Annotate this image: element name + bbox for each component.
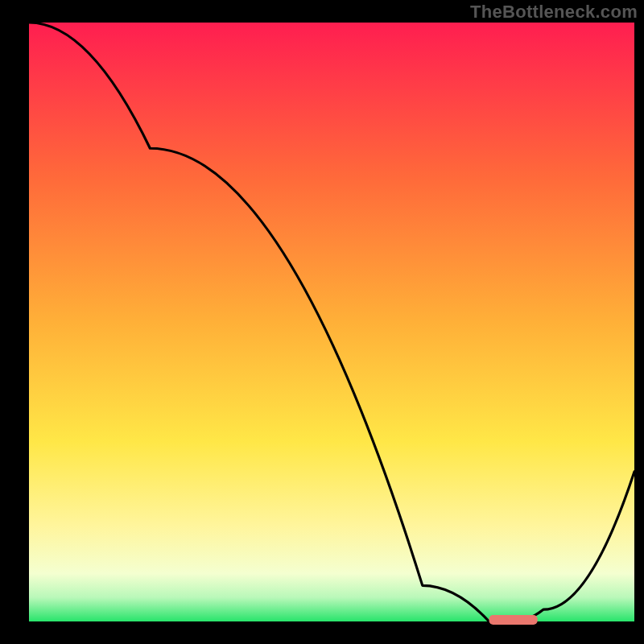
chart-frame: TheBottleneck.com bbox=[0, 0, 644, 644]
bottleneck-plot bbox=[0, 0, 644, 644]
optimal-range-marker bbox=[489, 615, 538, 625]
plot-background bbox=[29, 23, 634, 621]
